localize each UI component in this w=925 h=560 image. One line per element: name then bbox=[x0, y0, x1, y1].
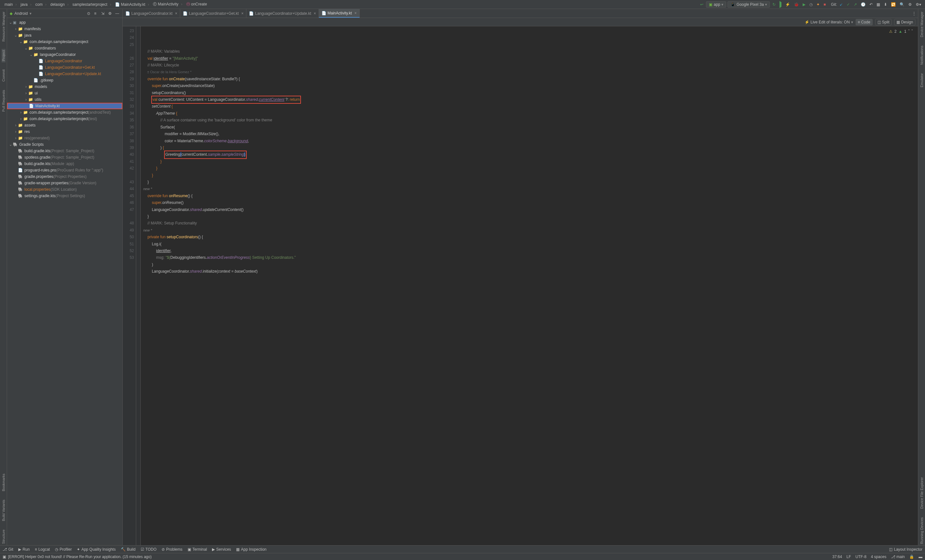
breadcrumb[interactable]: delasign bbox=[48, 2, 71, 7]
layout-inspector-tool[interactable]: ◫ Layout Inspector bbox=[889, 547, 922, 552]
revert-icon[interactable]: ↶ bbox=[868, 2, 874, 8]
close-icon[interactable]: × bbox=[355, 11, 357, 15]
git-tool[interactable]: ⎇ Git bbox=[3, 547, 13, 552]
tree-node[interactable]: ›📁utils bbox=[7, 96, 122, 103]
git-update-icon[interactable]: ↙ bbox=[838, 2, 844, 8]
breadcrumb-file[interactable]: 📄 MainActivity.kt bbox=[113, 2, 151, 7]
close-icon[interactable]: × bbox=[241, 11, 244, 16]
chevron-down-icon[interactable]: ˇ bbox=[911, 28, 913, 35]
stop-icon[interactable]: ■ bbox=[822, 2, 827, 8]
caret-position[interactable]: 37:64 bbox=[833, 554, 842, 559]
emulator-tab[interactable]: Emulator bbox=[920, 72, 924, 89]
project-view-mode[interactable]: Android bbox=[14, 11, 28, 16]
tree-node[interactable]: 🐘spotless.gradle (Project: Sample_Projec… bbox=[7, 154, 122, 161]
tree-node[interactable]: ›📁manifests bbox=[7, 26, 122, 32]
editor-tab[interactable]: 📄LanguageCoordinator+Update.kt× bbox=[246, 9, 319, 18]
build-variants-tab[interactable]: Build Variants bbox=[2, 498, 6, 522]
structure-tab[interactable]: Structure bbox=[2, 528, 6, 545]
project-tab[interactable]: Project bbox=[2, 49, 6, 62]
logcat-tool[interactable]: ≡ Logcat bbox=[35, 547, 50, 552]
code-view-button[interactable]: ≡ Code bbox=[856, 19, 873, 26]
tree-node[interactable]: 📄LanguageCoordinator bbox=[7, 58, 122, 64]
running-devices-tab[interactable]: Running Devices bbox=[920, 516, 924, 545]
line-separator[interactable]: LF bbox=[847, 554, 851, 559]
device-file-explorer-tab[interactable]: Device File Explorer bbox=[920, 476, 924, 510]
indent-setting[interactable]: 4 spaces bbox=[871, 554, 886, 559]
pull-requests-tab[interactable]: Pull Requests bbox=[2, 89, 6, 113]
profiler-tool[interactable]: ◷ Profiler bbox=[55, 547, 72, 552]
tree-node[interactable]: 📄LanguageCoordinator+Update.kt bbox=[7, 71, 122, 77]
attach-debugger-icon[interactable]: ✦ bbox=[815, 2, 821, 8]
tree-node[interactable]: 📄LanguageCoordinator+Get.kt bbox=[7, 64, 122, 71]
code-editor[interactable]: ⚠2 ▲1 ˆ ˇ // MARK: Variables val identif… bbox=[141, 26, 918, 545]
tree-node[interactable]: ›📁assets bbox=[7, 122, 122, 128]
close-icon[interactable]: × bbox=[314, 11, 316, 16]
bookmarks-tab[interactable]: Bookmarks bbox=[2, 472, 6, 492]
file-encoding[interactable]: UTF-8 bbox=[856, 554, 866, 559]
coverage-icon[interactable]: ▶ bbox=[801, 2, 807, 8]
device-selector[interactable]: 📱Google Pixel 3a▾ bbox=[728, 1, 770, 8]
tree-node[interactable]: ›📁com.delasign.samplestarterproject (and… bbox=[7, 109, 122, 116]
select-opened-icon[interactable]: ⊙ bbox=[87, 11, 92, 16]
notifications-tab[interactable]: Notifications bbox=[920, 44, 924, 66]
run-icon[interactable] bbox=[778, 2, 783, 8]
tree-node[interactable]: ›📁res bbox=[7, 128, 122, 135]
tree-node[interactable]: ⌄▣app bbox=[7, 19, 122, 26]
tree-node[interactable]: 📄proguard-rules.pro (ProGuard Rules for … bbox=[7, 167, 122, 173]
tree-node[interactable]: ⌄📁coordinators bbox=[7, 45, 122, 51]
run-tool[interactable]: ▶ Run bbox=[18, 547, 30, 552]
inspection-summary[interactable]: ⚠2 ▲1 ˆ ˇ bbox=[888, 28, 914, 36]
tree-node[interactable]: 🐘build.gradle.kts (Project: Sample_Proje… bbox=[7, 148, 122, 154]
git-commit-icon[interactable]: ✓ bbox=[845, 2, 851, 8]
hide-icon[interactable]: — bbox=[115, 11, 120, 16]
settings-icon[interactable]: ⚙ bbox=[907, 2, 913, 8]
app-inspection-tool[interactable]: ▦ App Inspection bbox=[236, 547, 266, 552]
gear-icon[interactable]: ⚙ bbox=[108, 11, 113, 16]
expand-icon[interactable]: ≡ bbox=[94, 11, 99, 16]
reload-icon[interactable]: ↻ bbox=[771, 2, 777, 8]
tree-node[interactable]: ›📁com.delasign.samplestarterproject (tes… bbox=[7, 116, 122, 122]
tree-node[interactable]: 🐘settings.gradle.kts (Project Settings) bbox=[7, 193, 122, 199]
tree-node-selected[interactable]: 📄MainActivity.kt bbox=[7, 103, 122, 109]
split-view-button[interactable]: ◫ Split bbox=[875, 19, 892, 26]
sdk-icon[interactable]: ⬇ bbox=[883, 2, 888, 8]
tree-node[interactable]: ⌄📁com.delasign.samplestarterproject bbox=[7, 39, 122, 45]
chevron-up-icon[interactable]: ˆ bbox=[908, 28, 910, 35]
debug-icon[interactable]: 🐞 bbox=[793, 2, 800, 8]
design-view-button[interactable]: ▦ Design bbox=[894, 19, 915, 26]
back-icon[interactable]: ↩ bbox=[699, 2, 705, 8]
history-icon[interactable]: 🕑 bbox=[859, 2, 867, 8]
tree-node[interactable]: 🐘gradle-wrapper.properties (Gradle Versi… bbox=[7, 180, 122, 186]
breadcrumb[interactable]: samplestarterproject bbox=[70, 2, 113, 7]
close-icon[interactable]: × bbox=[175, 11, 177, 16]
search-icon[interactable]: 🔍 bbox=[898, 2, 906, 8]
more-icon[interactable]: ⚙▾ bbox=[914, 2, 922, 8]
breadcrumb[interactable]: java bbox=[19, 2, 33, 7]
device-manager-tab[interactable]: Device Manager bbox=[920, 10, 924, 39]
chevron-down-icon[interactable]: ▾ bbox=[30, 11, 32, 16]
breadcrumb-method[interactable]: ⓜ onCreate bbox=[184, 2, 212, 7]
todo-tool[interactable]: ☑ TODO bbox=[141, 547, 157, 552]
avd-icon[interactable]: ▦ bbox=[875, 2, 881, 8]
breadcrumb[interactable]: com bbox=[33, 2, 48, 7]
tree-node[interactable]: 📄.gitkeep bbox=[7, 77, 122, 83]
lock-icon[interactable]: 🔒 bbox=[909, 554, 914, 559]
tree-node[interactable]: 🐘build.gradle.kts (Module :app) bbox=[7, 161, 122, 167]
tool-windows-icon[interactable]: ▣ bbox=[3, 554, 6, 559]
tree-node[interactable]: ›📁res (generated) bbox=[7, 135, 122, 141]
sync-icon[interactable]: 🔁 bbox=[890, 2, 897, 8]
app-quality-tool[interactable]: ✦ App Quality Insights bbox=[77, 547, 116, 552]
build-tool[interactable]: 🔨 Build bbox=[121, 547, 136, 552]
editor-tab[interactable]: 📄LanguageCoordinator.kt× bbox=[123, 9, 180, 18]
terminal-tool[interactable]: ▣ Terminal bbox=[188, 547, 207, 552]
tree-node[interactable]: ⌄🐘Gradle Scripts bbox=[7, 141, 122, 148]
breadcrumb-class[interactable]: Ⓒ MainActivity bbox=[151, 2, 184, 7]
apply-changes-icon[interactable]: ⚡ bbox=[784, 2, 791, 8]
line-number-gutter[interactable]: 232425 262728293031323334353637383940414… bbox=[123, 26, 136, 545]
breadcrumb[interactable]: main bbox=[3, 2, 19, 7]
project-tree[interactable]: ⌄▣app›📁manifests⌄📁java⌄📁com.delasign.sam… bbox=[7, 18, 122, 545]
editor-tab[interactable]: 📄MainActivity.kt× bbox=[319, 9, 360, 18]
tree-node[interactable]: ⌄📁languageCoordinator bbox=[7, 51, 122, 58]
tree-node[interactable]: ⌄📁java bbox=[7, 32, 122, 39]
tree-node[interactable]: ›📁ui bbox=[7, 90, 122, 96]
